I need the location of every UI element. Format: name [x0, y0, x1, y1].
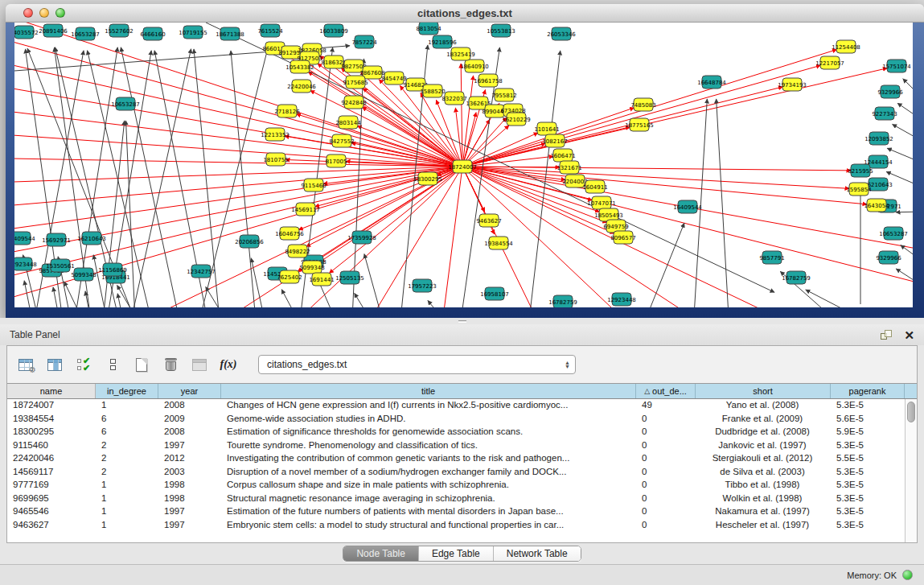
- graph-node[interactable]: 15527602: [105, 24, 133, 37]
- graph-node[interactable]: 17359928: [347, 231, 376, 244]
- column-header-pagerank[interactable]: pagerank: [831, 384, 905, 398]
- graph-node[interactable]: 12342757: [187, 265, 216, 278]
- graph-node[interactable]: 1691441: [309, 273, 334, 286]
- table-row[interactable]: 2242004622012Investigating the contribut…: [7, 452, 905, 466]
- graph-node[interactable]: 26053346: [547, 27, 576, 40]
- graph-node[interactable]: 16210643: [77, 232, 106, 245]
- column-header-name[interactable]: name: [7, 384, 96, 398]
- graph-node[interactable]: 10719155: [179, 26, 207, 39]
- graph-node[interactable]: 1595854: [846, 183, 872, 196]
- column-header-short[interactable]: short: [696, 384, 831, 398]
- table-row[interactable]: 969969511998Structural magnetic resonanc…: [7, 492, 905, 506]
- graph-node[interactable]: 11254408: [832, 40, 860, 53]
- graph-node[interactable]: 16409544: [14, 232, 35, 245]
- graph-node[interactable]: 8322037: [441, 92, 466, 105]
- table-row[interactable]: 946362711997Embryonic stem cells: a mode…: [7, 519, 905, 533]
- row-options-button[interactable]: [102, 353, 123, 376]
- network-table-selector[interactable]: citations_edges.txt ▲▼: [258, 355, 576, 374]
- graph-node[interactable]: 19384554: [484, 237, 513, 249]
- graph-node[interactable]: 1082167: [542, 134, 567, 147]
- graph-node[interactable]: 9115460: [301, 179, 326, 192]
- graph-node[interactable]: 22420046: [287, 80, 316, 93]
- select-attributes-button[interactable]: ✔✔: [73, 353, 94, 376]
- graph-node[interactable]: 12213353: [261, 128, 290, 141]
- minimize-window-button[interactable]: [39, 8, 49, 18]
- graph-node[interactable]: 16961758: [474, 74, 503, 87]
- column-header-in-degree[interactable]: in_degree: [96, 384, 158, 398]
- graph-node[interactable]: 9329966: [876, 251, 901, 264]
- graph-node[interactable]: 2718126: [274, 105, 300, 117]
- graph-node[interactable]: 1810755: [263, 153, 288, 166]
- graph-node[interactable]: 5099348: [71, 268, 96, 281]
- graph-node[interactable]: 10553813: [487, 24, 515, 37]
- graph-node[interactable]: 18325419: [446, 47, 475, 60]
- graph-node[interactable]: 12923448: [14, 257, 37, 270]
- graph-node[interactable]: 9175685: [343, 76, 368, 89]
- graph-node[interactable]: 10747071: [587, 196, 616, 209]
- graph-node[interactable]: 9463627: [476, 214, 501, 227]
- delete-column-button[interactable]: [160, 353, 181, 376]
- graph-node[interactable]: 7857224: [351, 35, 377, 48]
- graph-node[interactable]: 20891406: [39, 24, 68, 37]
- show-column-button[interactable]: [44, 353, 65, 376]
- table-settings-button[interactable]: ⚙: [15, 353, 36, 376]
- graph-node[interactable]: 17957223: [408, 279, 437, 292]
- float-panel-icon[interactable]: [881, 330, 893, 340]
- graph-node[interactable]: 18640910: [460, 60, 489, 72]
- graph-node[interactable]: 9227343: [872, 107, 897, 120]
- graph-node[interactable]: 9857791: [759, 251, 784, 264]
- network-canvas[interactable]: 2403557220891406106532871552760264661601…: [14, 23, 913, 307]
- graph-node[interactable]: 8498222: [285, 245, 310, 257]
- graph-node[interactable]: 12505135: [335, 271, 364, 284]
- graph-node[interactable]: 1321671: [556, 161, 581, 174]
- graph-node[interactable]: 24035572: [14, 26, 39, 39]
- graph-node[interactable]: 19734193: [778, 78, 807, 91]
- graph-node[interactable]: 9242848: [341, 96, 366, 109]
- table-row[interactable]: 977716911998Corpus callosum shape and si…: [7, 479, 905, 492]
- window-titlebar[interactable]: citations_edges.txt: [6, 4, 924, 23]
- graph-node[interactable]: 10653287: [879, 227, 908, 240]
- column-header-title[interactable]: title: [221, 384, 636, 398]
- graph-node[interactable]: 1606471: [550, 149, 575, 162]
- zoom-window-button[interactable]: [55, 8, 65, 18]
- graph-node[interactable]: 8096577: [610, 231, 635, 244]
- tab-network-table[interactable]: Network Table: [494, 546, 581, 561]
- graph-node[interactable]: 8813054: [416, 23, 441, 35]
- graph-node[interactable]: 16409544: [673, 200, 702, 213]
- graph-node[interactable]: 20206856: [235, 235, 264, 248]
- table-row[interactable]: 911546021997Tourette syndrome. Phenomeno…: [7, 439, 905, 453]
- scrollbar-thumb[interactable]: [907, 402, 915, 422]
- graph-node[interactable]: 12923448: [607, 293, 636, 306]
- table-row[interactable]: 1872400712008Changes of HCN gene express…: [7, 399, 905, 413]
- graph-node[interactable]: 817005: [326, 154, 347, 167]
- graph-node[interactable]: 8427552: [329, 134, 354, 147]
- graph-node[interactable]: 6466160: [140, 27, 165, 40]
- graph-node[interactable]: 10653287: [111, 97, 140, 110]
- panel-resize-handle[interactable]: [0, 318, 924, 324]
- tab-node-table[interactable]: Node Table: [343, 546, 419, 561]
- graph-node[interactable]: 12093852: [864, 132, 893, 145]
- close-panel-icon[interactable]: ✕: [904, 330, 914, 340]
- column-header-year[interactable]: year: [158, 384, 221, 398]
- table-row[interactable]: 1456911722003Disruption of a novel membe…: [7, 466, 905, 480]
- table-row[interactable]: 946554611997Estimation of the future num…: [7, 505, 905, 519]
- table-scrollbar[interactable]: [905, 399, 917, 542]
- graph-node[interactable]: 14569117: [291, 203, 320, 216]
- table-row[interactable]: 1830029562008Estimation of significance …: [7, 426, 905, 439]
- tab-edge-table[interactable]: Edge Table: [419, 546, 494, 561]
- graph-node[interactable]: 15751074: [882, 60, 911, 72]
- graph-node[interactable]: 8215955: [848, 164, 873, 177]
- graph-node[interactable]: 16958107: [480, 287, 509, 300]
- graph-node[interactable]: 15692971: [42, 233, 71, 246]
- graph-node[interactable]: 1604911: [582, 180, 607, 193]
- table-row[interactable]: 1938455462009Genome-wide association stu…: [7, 413, 905, 426]
- graph-node[interactable]: 19218596: [428, 35, 457, 48]
- graph-node[interactable]: 16782759: [548, 295, 577, 307]
- graph-node[interactable]: 1101641: [534, 122, 559, 135]
- graph-node[interactable]: 7485083: [630, 98, 655, 111]
- graph-node[interactable]: 7955812: [491, 89, 516, 101]
- close-window-button[interactable]: [23, 8, 33, 18]
- column-header-out-degree[interactable]: △out_de...: [636, 384, 696, 398]
- graph-node[interactable]: 5099348: [299, 261, 324, 274]
- function-builder-button[interactable]: f(x): [218, 353, 239, 376]
